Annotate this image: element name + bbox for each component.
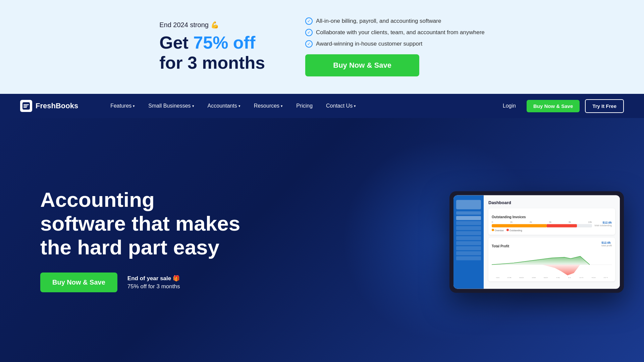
try-free-button[interactable]: Try It Free — [585, 99, 624, 113]
headline-prefix: Get — [159, 33, 193, 52]
sidebar-logo — [456, 200, 481, 209]
chevron-down-icon: ▾ — [133, 104, 135, 108]
dashboard-main: Dashboard Outstanding Invoices 02k4k6k8k… — [484, 195, 620, 289]
sale-line1: End of year sale 🎁 — [127, 275, 180, 282]
device-frame: Dashboard Outstanding Invoices 02k4k6k8k… — [449, 191, 624, 293]
hero-sale-text: End of year sale 🎁 75% off for 3 months — [127, 275, 180, 290]
profit-section-title: Total Profit — [492, 244, 509, 248]
sidebar-item-clients — [456, 221, 481, 225]
banner-left: End 2024 strong 💪 Get 75% off for 3 mont… — [159, 21, 265, 73]
nav-item-contact-us[interactable]: Contact Us ▾ — [321, 100, 361, 112]
outstanding-dot — [506, 229, 509, 231]
banner-cta-button[interactable]: Buy Now & Save — [305, 54, 419, 76]
banner-feature-2: ✓ Collaborate with your clients, team, a… — [305, 29, 485, 36]
hero-section: Accounting software that makes the hard … — [0, 118, 644, 362]
top-banner: End 2024 strong 💪 Get 75% off for 3 mont… — [0, 0, 644, 94]
nav-item-accountants[interactable]: Accountants ▾ — [202, 100, 246, 112]
sale-line2: 75% off for 3 months — [127, 283, 180, 290]
check-icon-2: ✓ — [305, 29, 313, 36]
sidebar-logo2 — [456, 212, 481, 215]
headline-discount: 75% off — [193, 33, 255, 52]
profit-chart: JANFEBMARAPRMAYJUNJULAUGSEPOCT — [492, 251, 612, 278]
banner-right: ✓ All-in-one billing, payroll, and accou… — [305, 17, 485, 76]
bar-fill-orange — [492, 224, 547, 228]
nav-links: Features ▾ Small Businesses ▾ Accountant… — [105, 100, 497, 112]
sidebar-item-bills — [456, 236, 481, 240]
svg-rect-2 — [23, 106, 28, 107]
invoices-amount: $12.6k total outstanding — [595, 221, 612, 227]
check-icon-1: ✓ — [305, 17, 313, 25]
overdue-dot — [492, 229, 494, 231]
sidebar-item-dashboard — [456, 216, 481, 220]
sidebar-item-invoices — [456, 226, 481, 230]
bar-fill-red — [547, 224, 577, 228]
nav-item-features[interactable]: Features ▾ — [105, 100, 140, 112]
chevron-down-icon: ▾ — [238, 104, 240, 108]
chevron-down-icon: ▾ — [192, 104, 194, 108]
invoices-card: Outstanding Invoices 02k4k6k8k10k — [488, 208, 615, 235]
dashboard-mockup: Dashboard Outstanding Invoices 02k4k6k8k… — [449, 191, 624, 293]
banner-tagline: End 2024 strong 💪 — [159, 21, 265, 29]
sidebar-item-projects — [456, 251, 481, 255]
nav-item-pricing[interactable]: Pricing — [291, 100, 318, 112]
device-screen: Dashboard Outstanding Invoices 02k4k6k8k… — [453, 195, 620, 289]
chevron-down-icon: ▾ — [281, 104, 283, 108]
sidebar-mock — [453, 195, 484, 289]
hero-cta-button[interactable]: Buy Now & Save — [40, 273, 117, 292]
profit-amount: $12.6k total profit — [601, 241, 612, 247]
banner-feature-1: ✓ All-in-one billing, payroll, and accou… — [305, 17, 485, 25]
login-button[interactable]: Login — [497, 100, 521, 112]
hero-title: Accounting software that makes the hard … — [40, 188, 241, 259]
logo-text: FreshBooks — [36, 102, 78, 110]
invoices-section-title: Outstanding Invoices — [492, 215, 612, 219]
nav-actions: Login Buy Now & Save Try It Free — [497, 99, 624, 113]
banner-headline: Get 75% off for 3 months — [159, 33, 265, 73]
sidebar-item-expenses — [456, 246, 481, 250]
headline-suffix: for 3 months — [159, 53, 265, 72]
svg-rect-1 — [23, 104, 29, 105]
bar-legend: Overdue Outstanding — [492, 229, 592, 232]
dashboard-title: Dashboard — [488, 200, 615, 205]
navbar: FreshBooks Features ▾ Small Businesses ▾… — [0, 94, 644, 118]
logo-area[interactable]: FreshBooks — [20, 100, 78, 112]
hero-content: Accounting software that makes the hard … — [40, 188, 241, 293]
check-icon-3: ✓ — [305, 40, 313, 48]
hero-cta-area: Buy Now & Save End of year sale 🎁 75% of… — [40, 273, 241, 292]
freshbooks-logo-icon — [20, 100, 32, 112]
buy-now-nav-button[interactable]: Buy Now & Save — [527, 100, 580, 112]
bar-chart: 02k4k6k8k10k — [492, 221, 592, 228]
chevron-down-icon: ▾ — [354, 104, 356, 108]
svg-rect-3 — [23, 107, 27, 108]
profit-card: Total Profit $12.6k total profit — [488, 238, 615, 282]
sidebar-item-payroll — [456, 241, 481, 245]
bar-track — [492, 224, 592, 228]
nav-item-resources[interactable]: Resources ▾ — [249, 100, 288, 112]
sidebar-item-reports — [456, 256, 481, 260]
sidebar-item-payments — [456, 231, 481, 235]
nav-item-small-businesses[interactable]: Small Businesses ▾ — [143, 100, 199, 112]
banner-feature-3: ✓ Award-winning in-house customer suppor… — [305, 40, 485, 48]
